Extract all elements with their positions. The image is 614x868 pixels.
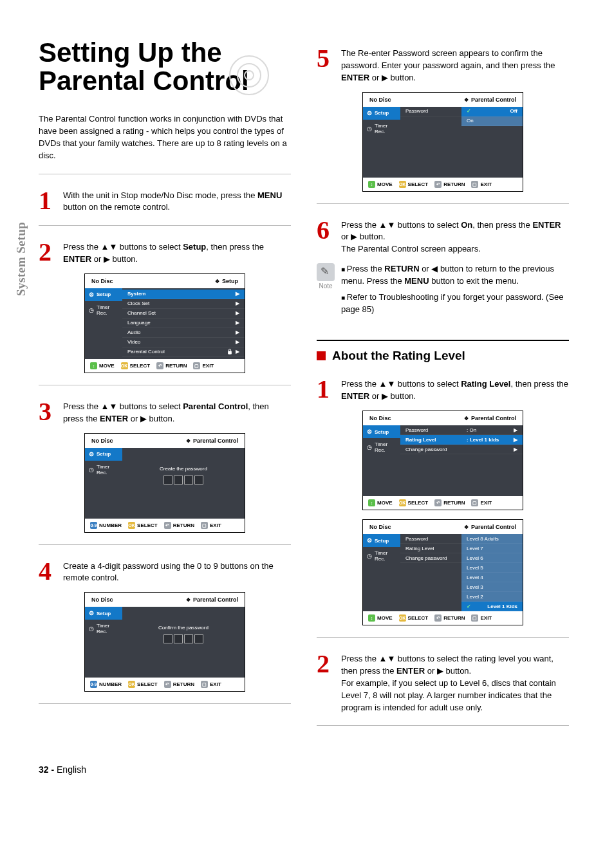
step-text: Create a 4-digit password using the 0 to… xyxy=(63,560,291,585)
text: button to exit the menu. xyxy=(429,276,519,286)
osd-header: No Disc Setup xyxy=(85,274,245,288)
clock-icon xyxy=(89,466,94,473)
left-column: Setting Up the Parental Control The Pare… xyxy=(39,39,291,726)
clock-icon xyxy=(367,125,372,132)
bold: RETURN xyxy=(384,264,419,273)
osd-no-disc: No Disc xyxy=(369,415,391,421)
key-icon: 0-9 xyxy=(90,522,97,529)
pw-box xyxy=(194,476,203,485)
osd-password-toggle: No Disc Parental Control Setup Timer Rec… xyxy=(362,92,523,192)
osd-no-disc: No Disc xyxy=(91,438,113,444)
gear-icon xyxy=(89,291,94,298)
text: The Parental Control screen appears. xyxy=(341,244,481,254)
label: EXIT xyxy=(480,615,492,621)
value: : Level 1 kids xyxy=(467,437,499,443)
osd-row-rating: Rating Level xyxy=(400,544,461,553)
value: : On xyxy=(467,427,476,433)
osd-header: No Disc Parental Control xyxy=(363,411,523,425)
osd-value-password: : On▶ xyxy=(461,425,523,435)
chevron-right-icon: ▶ xyxy=(236,320,239,326)
divider xyxy=(317,203,569,204)
osd-value-on: On xyxy=(461,116,523,126)
key-move: ↕MOVE xyxy=(90,362,115,369)
label: EXIT xyxy=(202,363,214,369)
text: button on the remote control. xyxy=(63,202,170,212)
key-icon: ↶ xyxy=(434,614,442,622)
label: RETURN xyxy=(443,615,465,621)
label: NUMBER xyxy=(99,522,122,528)
osd-center: Create the password xyxy=(122,449,245,496)
label: Password xyxy=(405,108,428,114)
label: RETURN xyxy=(443,181,465,187)
gear-icon xyxy=(89,610,94,616)
bold: Setup xyxy=(183,242,206,252)
osd-value-changepw: ▶ xyxy=(461,445,523,454)
osd-row-audio: Audio▶ xyxy=(122,328,245,338)
title-text: Setting Up the Parental Control xyxy=(39,37,249,96)
osd-sidebar: Setup Timer Rec. xyxy=(363,107,400,178)
label: Timer Rec. xyxy=(97,464,118,476)
osd-footer: 0-9NUMBER OKSELECT ↶RETURN ▢EXIT xyxy=(85,519,245,532)
key-return: ↶RETURN xyxy=(164,681,194,688)
label: SELECT xyxy=(408,181,429,187)
osd-row-password: Password xyxy=(400,534,461,544)
osd-header: No Disc Parental Control xyxy=(85,593,245,607)
key-icon: ↶ xyxy=(156,362,163,369)
step-text: With the unit in Stop mode/No Disc mode,… xyxy=(63,190,291,214)
key-icon: ↶ xyxy=(434,499,442,506)
key-icon: ↕ xyxy=(90,362,97,369)
clock-icon xyxy=(89,625,94,632)
divider xyxy=(317,637,569,638)
osd-main: Password Off On xyxy=(400,107,523,178)
text: Press the ▲▼ buttons to select xyxy=(63,402,183,411)
key-move: ↕MOVE xyxy=(368,499,393,506)
key-icon: ▢ xyxy=(471,181,478,188)
osd-confirm-password: No Disc Parental Control Setup Timer Rec… xyxy=(84,592,245,692)
osd-crumb: Parental Control xyxy=(464,524,516,530)
chevron-right-icon: ▶ xyxy=(514,427,517,433)
osd-no-disc: No Disc xyxy=(369,524,391,530)
osd-level-3: Level 3 xyxy=(461,582,523,592)
key-exit: ▢EXIT xyxy=(471,181,492,188)
note-block: Note Press the RETURN or ◀ button to ret… xyxy=(317,263,569,328)
key-icon: ↕ xyxy=(368,614,375,622)
key-icon: 0-9 xyxy=(90,681,97,688)
label: Level 1 Kids xyxy=(487,604,517,609)
key-select: OKSELECT xyxy=(128,681,158,688)
osd-create-password: No Disc Parental Control Setup Timer Rec… xyxy=(84,433,245,533)
text: Press the ▲▼ buttons to select xyxy=(341,379,461,389)
osd-side-timer: Timer Rec. xyxy=(85,620,122,638)
osd-level-5: Level 5 xyxy=(461,563,523,573)
osd-level-6: Level 6 xyxy=(461,553,523,563)
label: Password xyxy=(405,427,428,433)
page-footer: 32 - English xyxy=(39,764,569,775)
rating-step-1: 1 Press the ▲▼ buttons to select Rating … xyxy=(317,372,569,403)
osd-level-1: Level 1 Kids xyxy=(461,602,523,611)
osd-header: No Disc Parental Control xyxy=(363,520,523,534)
label: Password xyxy=(405,536,428,542)
note-label: Note xyxy=(317,282,335,290)
bold: ENTER xyxy=(341,73,369,82)
label: Video xyxy=(127,339,140,345)
gear-icon xyxy=(367,429,372,435)
osd-level-2: Level 2 xyxy=(461,592,523,602)
bold: Parental Control xyxy=(183,402,248,411)
label: SELECT xyxy=(408,615,429,621)
osd-sidebar: Setup Timer Rec. xyxy=(85,607,122,678)
key-return: ↶RETURN xyxy=(434,499,465,506)
label: Level 3 xyxy=(467,584,483,590)
bold: ENTER xyxy=(396,666,425,676)
key-icon: OK xyxy=(128,522,135,529)
bold: ENTER xyxy=(100,414,128,423)
label: EXIT xyxy=(480,181,492,187)
pw-box xyxy=(163,476,172,485)
key-icon: OK xyxy=(128,681,135,688)
key-exit: ▢EXIT xyxy=(201,522,221,529)
step-number: 2 xyxy=(39,241,57,266)
chevron-right-icon: ▶ xyxy=(236,329,239,335)
text: or ▶ button. xyxy=(369,391,416,401)
osd-side-timer: Timer Rec. xyxy=(85,301,122,319)
osd-footer: ↕MOVE OKSELECT ↶RETURN ▢EXIT xyxy=(363,611,523,625)
key-select: OKSELECT xyxy=(399,181,429,188)
key-exit: ▢EXIT xyxy=(193,362,214,369)
